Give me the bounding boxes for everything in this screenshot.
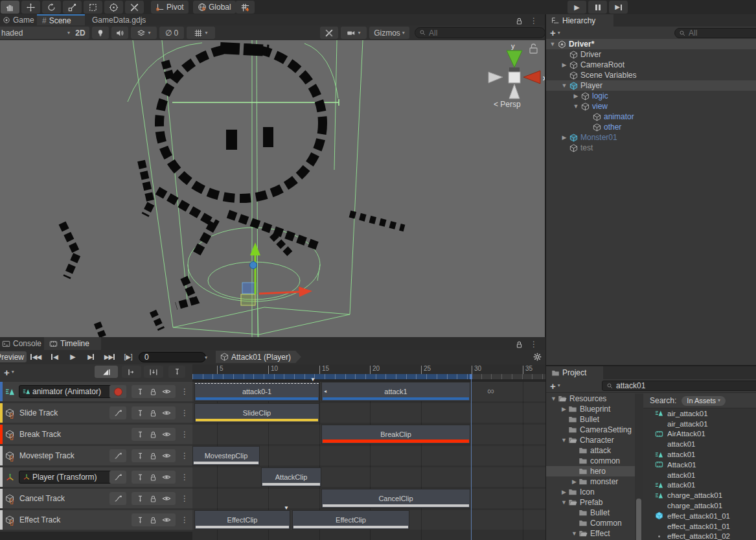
- tab-game[interactable]: Game: [0, 14, 35, 25]
- hierarchy-item[interactable]: ▼ ▶ animator: [546, 112, 756, 122]
- search-result-item[interactable]: AirAttack01: [643, 429, 756, 440]
- pin-icon[interactable]: [136, 430, 144, 439]
- track-menu-icon[interactable]: ⋮: [181, 387, 189, 396]
- folder-expand-arrow-icon[interactable]: ▼▶: [571, 478, 578, 485]
- hierarchy-item[interactable]: ▼ ▶ Scene Variables: [546, 70, 756, 80]
- move-tool-button[interactable]: [21, 1, 40, 14]
- project-folder-item[interactable]: ▼▶ Common: [546, 518, 635, 528]
- search-result-item[interactable]: attack01: [643, 439, 756, 449]
- scale-tool-button[interactable]: [63, 1, 82, 14]
- hierarchy-item[interactable]: ▼ ▶ other: [546, 122, 756, 132]
- create-dropdown-icon[interactable]: ▾: [558, 30, 560, 36]
- tab-scene[interactable]: # Scene: [37, 14, 85, 25]
- track-binding-field[interactable]: Player (Transform) ◎: [19, 471, 122, 484]
- mute-eye-icon[interactable]: [162, 473, 171, 482]
- kebab-menu-icon[interactable]: ⋮: [530, 16, 538, 25]
- global-toggle-button[interactable]: Global: [193, 1, 236, 14]
- lock-icon[interactable]: [149, 495, 157, 503]
- track-menu-icon[interactable]: ⋮: [181, 408, 189, 417]
- lock-icon[interactable]: [515, 340, 523, 349]
- tab-gamedata[interactable]: GameData.gdjs: [87, 14, 155, 25]
- hidden-objects-button[interactable]: ∅0: [159, 27, 184, 39]
- frame-field[interactable]: 0: [139, 352, 206, 362]
- track-cancel[interactable]: {} Cancel Track ⋮: [0, 489, 192, 508]
- hierarchy-item[interactable]: ▼ ▶ Player: [546, 80, 756, 91]
- project-folder-item[interactable]: ▼▶ CameraSetting: [546, 425, 635, 435]
- create-asset-button[interactable]: +: [550, 381, 556, 392]
- tab-console[interactable]: Console: [0, 337, 43, 350]
- tree-scrollbar-thumb[interactable]: [636, 499, 641, 540]
- mute-eye-icon[interactable]: [162, 430, 171, 439]
- replace-mode-button[interactable]: [144, 366, 163, 378]
- project-folder-item[interactable]: ▼▶ monster: [546, 476, 635, 487]
- folder-expand-arrow-icon[interactable]: ▼▶: [560, 406, 567, 412]
- tab-project[interactable]: Project: [546, 366, 603, 379]
- search-result-item[interactable]: attack01: [643, 449, 756, 460]
- lock-icon[interactable]: [149, 388, 157, 396]
- track-break[interactable]: {} Break Track ⋮: [0, 425, 192, 444]
- grid-visibility-dropdown[interactable]: ▾: [187, 27, 215, 39]
- clip-attackclip[interactable]: AttackClip: [261, 467, 321, 487]
- kebab-menu-icon[interactable]: ⋮: [530, 340, 538, 349]
- frame-field-dropdown-icon[interactable]: ▾: [205, 355, 207, 360]
- gizmos-dropdown[interactable]: Gizmos▾: [369, 27, 409, 39]
- timeline-marker-icon[interactable]: ▼: [284, 506, 289, 511]
- hand-tool-button[interactable]: [1, 1, 19, 14]
- mute-eye-icon[interactable]: [162, 451, 171, 460]
- project-folder-item[interactable]: ▼▶ Resources: [546, 393, 635, 404]
- folder-expand-arrow-icon[interactable]: ▼▶: [550, 395, 557, 402]
- folder-expand-arrow-icon[interactable]: ▼▶: [560, 489, 567, 495]
- curves-button[interactable]: [109, 492, 126, 505]
- lock-icon[interactable]: [149, 430, 157, 439]
- project-folder-item[interactable]: ▼▶ hero: [546, 466, 635, 476]
- ripple-mode-button[interactable]: [122, 366, 141, 378]
- clip-slideclip[interactable]: SlideClip: [194, 403, 319, 423]
- go-to-start-button[interactable]: ◀◀: [27, 351, 44, 362]
- pin-icon[interactable]: [136, 516, 144, 524]
- 2d-toggle-button[interactable]: 2D: [71, 27, 89, 39]
- transform-tool-button[interactable]: [104, 1, 123, 14]
- mute-eye-icon[interactable]: [162, 408, 171, 417]
- search-result-item[interactable]: attack01: [643, 470, 756, 480]
- search-result-item[interactable]: charge_attack01: [643, 500, 756, 511]
- expand-arrow-icon[interactable]: ▼: [560, 82, 568, 89]
- collapse-arrow-icon[interactable]: ▶: [560, 62, 568, 68]
- play-button[interactable]: ▶: [567, 1, 586, 14]
- clip-breakclip[interactable]: BreakClip: [321, 425, 470, 444]
- pivot-toggle-button[interactable]: Pivot: [151, 1, 189, 14]
- pin-icon[interactable]: [136, 388, 144, 396]
- scene-search-input[interactable]: All: [415, 27, 545, 38]
- go-to-end-button[interactable]: ▶▶: [101, 351, 118, 362]
- tab-hierarchy[interactable]: Hierarchy: [546, 14, 613, 27]
- previous-frame-button[interactable]: ◀: [47, 351, 62, 362]
- track-menu-icon[interactable]: ⋮: [181, 494, 189, 503]
- project-folder-item[interactable]: ▼▶ Bullet: [546, 414, 635, 425]
- scene-viewport[interactable]: y x < Persp: [0, 40, 545, 337]
- create-dropdown-icon[interactable]: ▾: [558, 383, 560, 388]
- clip-attack1[interactable]: ◂ attack1: [321, 382, 470, 401]
- hierarchy-item[interactable]: ▼ ▶ logic: [546, 91, 756, 101]
- hierarchy-item[interactable]: ▼ ▶ Driver*: [546, 39, 756, 49]
- track-animator[interactable]: animator (Animator) ◎ ⋮: [0, 382, 192, 401]
- timeline-settings-gear-icon[interactable]: [533, 352, 542, 362]
- track-slide[interactable]: {} Slide Track ⋮: [0, 403, 192, 423]
- scene-tools-button[interactable]: [320, 27, 338, 39]
- search-result-item[interactable]: air_attack01: [643, 419, 756, 429]
- search-result-item[interactable]: attack01: [643, 480, 756, 491]
- clip-effectclip-1[interactable]: EffectClip: [194, 510, 290, 530]
- pin-icon[interactable]: [136, 473, 144, 482]
- search-result-item[interactable]: Attack01: [643, 460, 756, 470]
- timeline-breadcrumb[interactable]: Attack01 (Player): [216, 351, 301, 363]
- tree-scrollbar-track[interactable]: [635, 393, 643, 540]
- add-track-button[interactable]: +: [4, 367, 10, 378]
- curves-button[interactable]: [109, 471, 126, 484]
- clip-movestepclip[interactable]: MovestepClip: [192, 446, 260, 465]
- pin-icon[interactable]: [136, 409, 144, 417]
- lock-icon[interactable]: [515, 17, 523, 25]
- rect-tool-button[interactable]: [84, 1, 102, 14]
- project-folder-item[interactable]: ▼▶ Bullet: [546, 508, 635, 518]
- search-result-item[interactable]: air_attack01: [643, 408, 756, 419]
- search-result-item[interactable]: effect_attack01_02: [643, 532, 756, 540]
- track-movestep[interactable]: {} Movestep Track ⋮: [0, 446, 192, 465]
- project-folder-item[interactable]: ▼▶ Character: [546, 435, 635, 445]
